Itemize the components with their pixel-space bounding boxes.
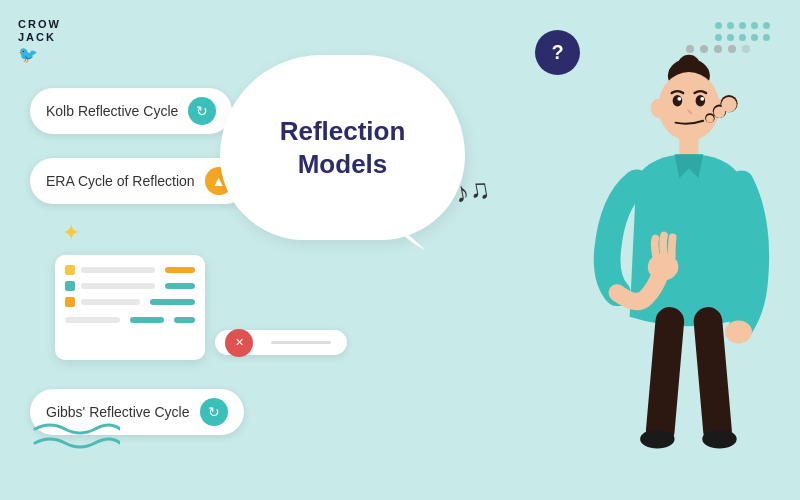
svg-point-11	[725, 320, 752, 343]
gibbs-icon: ↻	[200, 398, 228, 426]
menu-item-era[interactable]: ERA Cycle of Reflection ▲	[30, 158, 249, 204]
svg-point-17	[706, 115, 714, 123]
ui-card	[55, 255, 205, 360]
menu-item-x[interactable]: ✕	[215, 330, 347, 355]
svg-point-13	[702, 429, 736, 448]
svg-point-2	[658, 72, 719, 141]
reflection-title: Reflection Models	[280, 115, 406, 180]
svg-point-3	[651, 99, 666, 118]
kolb-label: Kolb Reflective Cycle	[46, 103, 178, 119]
svg-point-5	[673, 95, 683, 106]
sparkle-icon: ✦	[62, 220, 80, 246]
x-line	[271, 341, 331, 344]
logo-bird-icon: 🐦	[18, 45, 78, 64]
bubble-tail	[395, 225, 425, 250]
svg-point-7	[677, 97, 681, 101]
svg-point-8	[700, 97, 704, 101]
svg-point-19	[721, 97, 736, 112]
person-illustration	[560, 30, 770, 460]
wave-decoration	[30, 421, 120, 455]
svg-rect-9	[679, 137, 698, 156]
logo: CROW JACK 🐦	[18, 18, 78, 63]
gibbs-label: Gibbs' Reflective Cycle	[46, 404, 190, 420]
logo-crow: CROW	[18, 18, 78, 31]
svg-point-6	[696, 95, 706, 106]
era-label: ERA Cycle of Reflection	[46, 173, 195, 189]
music-note-icon: ♪♫	[452, 172, 492, 210]
kolb-icon: ↻	[188, 97, 216, 125]
logo-jack: JACK	[18, 31, 78, 44]
menu-item-kolb[interactable]: Kolb Reflective Cycle ↻	[30, 88, 232, 134]
x-icon: ✕	[225, 329, 253, 357]
speech-bubble: Reflection Models	[220, 55, 480, 255]
svg-point-12	[640, 429, 674, 448]
